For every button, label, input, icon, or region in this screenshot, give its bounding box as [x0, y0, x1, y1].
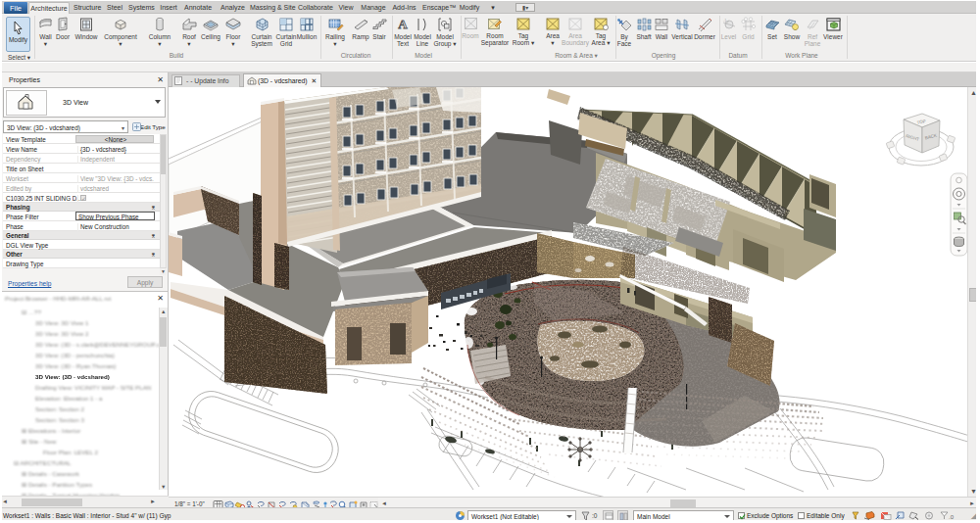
svg-text:A: A: [398, 17, 408, 31]
